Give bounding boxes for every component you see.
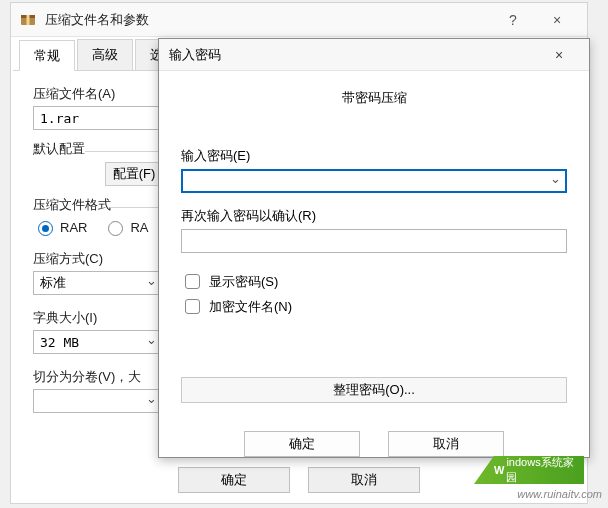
format-label: 压缩文件格式: [33, 196, 111, 214]
format-rar-alt[interactable]: RA: [103, 218, 148, 236]
pw-reenter-label: 再次输入密码以确认(R): [181, 207, 567, 225]
default-config-label: 默认配置: [33, 140, 85, 158]
pw-close-button[interactable]: ×: [539, 47, 579, 63]
pw-encrypt-names-row[interactable]: 加密文件名(N): [181, 296, 567, 317]
pw-encrypt-names-checkbox[interactable]: [185, 299, 200, 314]
pw-heading: 带密码压缩: [181, 89, 567, 107]
close-button[interactable]: ×: [535, 5, 579, 35]
app-icon: [19, 11, 37, 29]
main-ok-button[interactable]: 确定: [178, 467, 290, 493]
main-cancel-button[interactable]: 取消: [308, 467, 420, 493]
pw-organize-button[interactable]: 整理密码(O)...: [181, 377, 567, 403]
tab-advanced[interactable]: 高级: [77, 39, 133, 70]
pw-ok-button[interactable]: 确定: [244, 431, 360, 457]
pw-enter-input[interactable]: [181, 169, 567, 193]
config-button[interactable]: 配置(F): [105, 162, 163, 186]
pw-titlebar: 输入密码 ×: [159, 39, 589, 71]
watermark-url: www.ruinaitv.com: [517, 488, 602, 500]
titlebar: 压缩文件名和参数 ? ×: [11, 3, 587, 37]
pw-show-checkbox[interactable]: [185, 274, 200, 289]
pw-reenter-input[interactable]: [181, 229, 567, 253]
password-dialog: 输入密码 × 带密码压缩 输入密码(E) 再次输入密码以确认(R) 显示密码(S…: [158, 38, 590, 458]
pw-title: 输入密码: [169, 46, 539, 64]
method-select[interactable]: [33, 271, 163, 295]
dict-select[interactable]: [33, 330, 163, 354]
tab-general[interactable]: 常规: [19, 40, 75, 71]
pw-cancel-button[interactable]: 取消: [388, 431, 504, 457]
svg-rect-2: [27, 15, 30, 25]
system-buttons: ? ×: [491, 5, 579, 35]
split-select[interactable]: [33, 389, 163, 413]
pw-show-checkbox-row[interactable]: 显示密码(S): [181, 271, 567, 292]
help-button[interactable]: ?: [491, 5, 535, 35]
format-rar[interactable]: RAR: [33, 218, 87, 236]
format-rar-radio[interactable]: [38, 221, 53, 236]
format-rar-alt-radio[interactable]: [108, 221, 123, 236]
pw-enter-label: 输入密码(E): [181, 147, 567, 165]
window-title: 压缩文件名和参数: [45, 11, 491, 29]
